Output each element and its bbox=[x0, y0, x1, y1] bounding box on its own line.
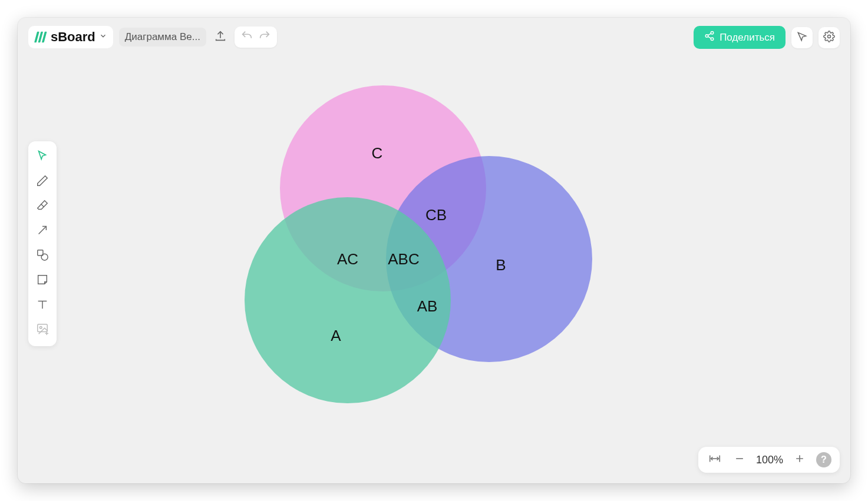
plus-icon bbox=[794, 453, 806, 467]
zoom-out-button[interactable] bbox=[731, 452, 748, 468]
minus-icon bbox=[734, 453, 745, 467]
venn-diagram[interactable]: C B A CB AC ABC AB bbox=[242, 82, 607, 412]
canvas[interactable]: C B A CB AC ABC AB bbox=[18, 18, 850, 483]
app-window: sBoard Диаграмма Ве... bbox=[18, 18, 850, 483]
zoom-level[interactable]: 100% bbox=[756, 454, 783, 466]
zoom-in-button[interactable] bbox=[791, 452, 808, 468]
help-label: ? bbox=[821, 454, 827, 465]
zoom-fit-button[interactable] bbox=[707, 452, 723, 468]
fit-width-icon bbox=[708, 452, 721, 467]
help-button[interactable]: ? bbox=[816, 452, 831, 467]
circle-a[interactable] bbox=[245, 197, 451, 403]
zoom-bar: 100% ? bbox=[698, 447, 840, 473]
